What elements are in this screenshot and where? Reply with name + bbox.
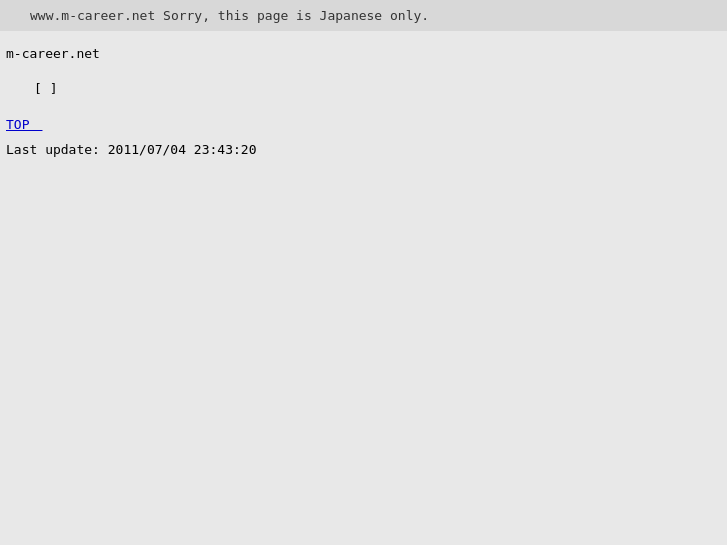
top-bar-text: www.m-career.net Sorry, this page is Jap… [30,8,429,23]
top-link[interactable]: TOP [4,116,42,134]
main-content: m-career.net [ ] TOP Last update: 2011/0… [0,31,727,167]
top-bar: www.m-career.net Sorry, this page is Jap… [0,0,727,31]
site-name: m-career.net [4,46,723,61]
last-update-text: Last update: 2011/07/04 23:43:20 [4,142,723,157]
bracket-line: [ ] [4,81,723,96]
